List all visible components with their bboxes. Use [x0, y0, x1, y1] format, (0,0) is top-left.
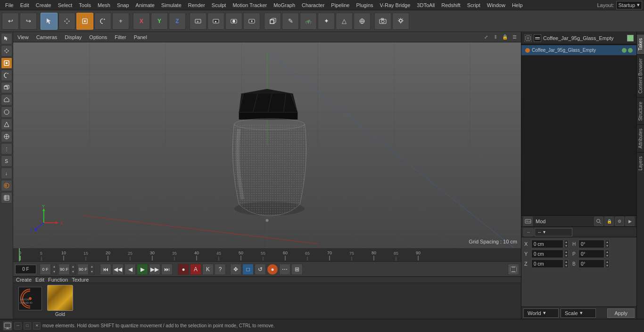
- axis-z-button[interactable]: Z: [169, 13, 186, 30]
- select-tool-button[interactable]: [41, 13, 58, 30]
- field-button[interactable]: [354, 13, 371, 30]
- vp-menu-filter[interactable]: Filter: [113, 34, 127, 40]
- menu-tools[interactable]: Tools: [75, 1, 94, 9]
- axis-x-button[interactable]: X: [133, 13, 150, 30]
- vp-icon-expand[interactable]: ⤢: [482, 33, 490, 41]
- coord-x-pos-field[interactable]: 0 cm: [531, 240, 563, 248]
- left-tool-1[interactable]: [1, 45, 12, 57]
- end-frame-field[interactable]: 90 F: [58, 264, 70, 275]
- menu-simulate[interactable]: Simulate: [158, 1, 185, 9]
- render-to-po-button[interactable]: [225, 13, 242, 30]
- timeline-playhead[interactable]: [19, 248, 20, 261]
- playback-play-button[interactable]: ▶: [137, 264, 148, 275]
- menu-motion-tracker[interactable]: Motion Tracker: [229, 1, 270, 9]
- attr-lock-icon[interactable]: 🔒: [604, 217, 614, 226]
- attr-settings-icon[interactable]: ⚙: [615, 217, 624, 226]
- vp-menu-panel[interactable]: Panel: [132, 34, 149, 40]
- vp-menu-display[interactable]: Display: [63, 34, 83, 40]
- left-tool-6[interactable]: [1, 106, 12, 118]
- anim-grid[interactable]: ⊞: [291, 264, 303, 275]
- menu-3dtoall[interactable]: 3DToAll: [413, 1, 438, 9]
- menu-mesh[interactable]: Mesh: [94, 1, 114, 9]
- attr-arrow-icon[interactable]: ▶: [625, 217, 635, 226]
- end-frame2-field[interactable]: 90 F: [77, 264, 89, 275]
- menu-sculpt[interactable]: Sculpt: [208, 1, 230, 9]
- left-tool-3[interactable]: [1, 70, 12, 81]
- coord-h-field[interactable]: 0°: [578, 240, 604, 248]
- scale-tool-button[interactable]: [76, 13, 93, 30]
- grass-button[interactable]: [300, 13, 317, 30]
- redo-button[interactable]: ↪: [20, 13, 37, 30]
- sidebar-tab-content-browser[interactable]: Content Browser: [637, 54, 644, 97]
- move-tool-button[interactable]: [58, 13, 75, 30]
- left-tool-11[interactable]: ↓: [1, 168, 12, 179]
- left-tool-13[interactable]: [1, 192, 12, 203]
- cube-button[interactable]: [264, 13, 281, 30]
- current-frame-field[interactable]: 0 F: [15, 265, 36, 274]
- menu-pipeline[interactable]: Pipeline: [328, 1, 353, 9]
- scene-menu-texture[interactable]: Texture: [72, 277, 89, 283]
- menu-window[interactable]: Window: [484, 1, 509, 9]
- left-tool-10[interactable]: S: [1, 155, 12, 167]
- menu-edit[interactable]: Edit: [17, 1, 33, 9]
- frame-start-field[interactable]: 0 F: [40, 264, 51, 275]
- camera-button[interactable]: [374, 13, 391, 30]
- paint-button[interactable]: △: [336, 13, 353, 30]
- axis-y-button[interactable]: Y: [151, 13, 168, 30]
- status-restore-button[interactable]: □: [24, 322, 31, 330]
- left-tool-12[interactable]: [1, 180, 12, 191]
- pen-button[interactable]: ✎: [282, 13, 299, 30]
- left-tool-8[interactable]: [1, 131, 12, 142]
- anim-scale-tool[interactable]: □: [242, 264, 254, 275]
- coord-p-field[interactable]: 0°: [578, 250, 604, 258]
- menu-render[interactable]: Render: [185, 1, 208, 9]
- obj-render-dot[interactable]: [628, 48, 633, 53]
- object-panel-icon[interactable]: [524, 34, 532, 42]
- layout-dropdown[interactable]: Startup ▾: [616, 1, 642, 9]
- left-tool-2[interactable]: [1, 57, 12, 69]
- material-gold-preview[interactable]: [47, 285, 73, 311]
- render-preview-button[interactable]: [207, 13, 224, 30]
- anim-dots[interactable]: ⋯: [279, 264, 290, 275]
- coord-h-spinner[interactable]: ▲ ▼: [605, 240, 610, 248]
- coord-z-pos-spinner[interactable]: ▲ ▼: [564, 259, 569, 268]
- vp-menu-view[interactable]: View: [16, 34, 30, 40]
- key-button[interactable]: K: [202, 264, 214, 275]
- sidebar-tab-structure[interactable]: Structure: [637, 97, 644, 125]
- cinema4d-logo[interactable]: MAXON CINEMA 4D: [18, 287, 42, 310]
- record-button[interactable]: ●: [178, 264, 189, 275]
- status-display-icon[interactable]: [3, 321, 12, 331]
- render-region-button[interactable]: [190, 13, 206, 30]
- vp-menu-options[interactable]: Options: [88, 34, 108, 40]
- attr-mode-btn-0[interactable]: --: [523, 228, 534, 236]
- left-tool-9[interactable]: ⋮: [1, 143, 12, 154]
- menu-mograph[interactable]: MoGraph: [270, 1, 298, 9]
- viewport-canvas[interactable]: Perspective: [13, 42, 521, 248]
- scene-menu-function[interactable]: Function: [48, 277, 68, 283]
- menu-plugins[interactable]: Plugins: [353, 1, 376, 9]
- coord-y-pos-field[interactable]: 0 cm: [531, 250, 563, 258]
- sidebar-tab-layers[interactable]: Layers: [637, 152, 644, 174]
- vp-icon-lock[interactable]: 🔒: [501, 33, 509, 41]
- playback-last-button[interactable]: ⏭: [161, 264, 173, 275]
- coord-z-pos-field[interactable]: 0 cm: [531, 259, 563, 268]
- menu-file[interactable]: File: [2, 1, 17, 9]
- coord-b-spinner[interactable]: ▲ ▼: [605, 259, 610, 268]
- scene-menu-create[interactable]: Create: [16, 277, 32, 283]
- menu-snap[interactable]: Snap: [114, 1, 132, 9]
- auto-key-button[interactable]: A: [190, 264, 201, 275]
- world-dropdown[interactable]: World ▾: [523, 308, 559, 318]
- sidebar-tab-attributes[interactable]: Attributes: [637, 124, 644, 152]
- left-tool-7[interactable]: [1, 119, 12, 130]
- end-frame-spinner[interactable]: ▲ ▼: [70, 264, 76, 275]
- frame-start-spinner[interactable]: ▲ ▼: [51, 264, 57, 275]
- attr-mode-select[interactable]: -- ▾: [535, 228, 572, 236]
- vp-icon-menu[interactable]: ☰: [511, 33, 518, 41]
- fx-button[interactable]: ✦: [318, 13, 335, 30]
- anim-film-button[interactable]: [508, 264, 519, 275]
- playback-fwd-button[interactable]: ▶▶: [149, 264, 160, 275]
- attr-search-icon[interactable]: [594, 217, 603, 226]
- left-tool-5[interactable]: [1, 94, 12, 105]
- obj-tree-item[interactable]: Coffee_Jar_95g_Glass_Empty: [521, 45, 636, 56]
- playback-back-button[interactable]: ◀: [124, 264, 136, 275]
